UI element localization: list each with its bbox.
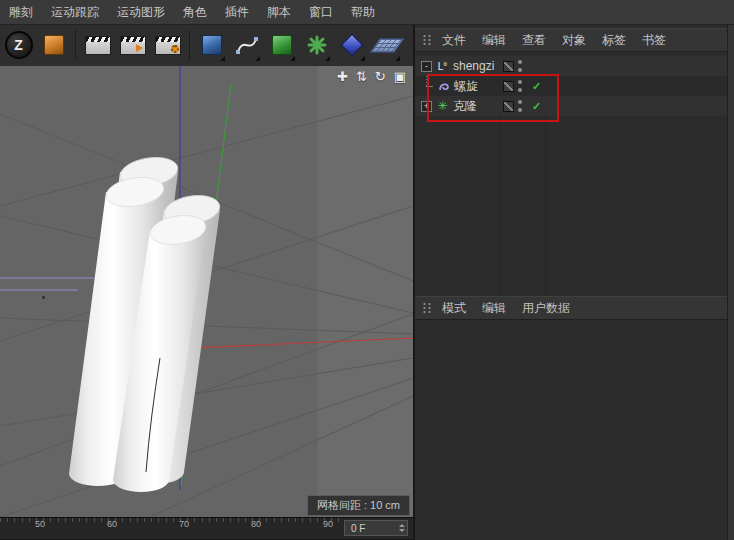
right-panel: 文件 编辑 查看 对象 标签 书签 - L° shengzi 螺旋 ✓ — [413, 24, 734, 540]
menu-plugins[interactable]: 插件 — [216, 0, 258, 24]
ruler-tick: 60 — [107, 518, 117, 529]
expand-icon[interactable]: + — [421, 101, 432, 112]
tick-label: 50 — [35, 519, 45, 529]
layer-toggle-icon[interactable] — [503, 61, 514, 72]
attribute-manager-menu: 模式 编辑 用户数据 — [415, 296, 734, 320]
primitive-cube-icon[interactable] — [195, 26, 228, 64]
om-menu-edit[interactable]: 编辑 — [474, 32, 514, 49]
rotate-view-icon[interactable]: ↻ — [375, 69, 386, 85]
null-object-icon: L° — [435, 61, 450, 72]
generator-icon[interactable] — [265, 26, 298, 64]
menubar: 雕刻 运动跟踪 运动图形 角色 插件 脚本 窗口 帮助 — [0, 0, 734, 25]
floor-icon[interactable] — [370, 26, 403, 64]
panel-handle-icon[interactable] — [422, 302, 432, 314]
play-triangle — [136, 44, 143, 52]
coordinate-ruler: 50 60 70 80 90 0 F — [0, 517, 413, 539]
tick-label: 70 — [179, 519, 189, 529]
clapperboard-shape — [85, 36, 111, 55]
frame-counter[interactable]: 0 F — [344, 520, 408, 536]
menu-character[interactable]: 角色 — [174, 0, 216, 24]
menu-sculpt[interactable]: 雕刻 — [0, 0, 42, 24]
panel-scrollbar[interactable] — [727, 24, 734, 540]
toggle-view-icon[interactable]: ▣ — [394, 69, 406, 85]
menu-script[interactable]: 脚本 — [258, 0, 300, 24]
toolbar: Z — [0, 24, 415, 66]
visibility-dots-icon[interactable] — [518, 100, 523, 112]
layer-toggle-icon[interactable] — [503, 81, 514, 92]
object-row-shengzi[interactable]: - L° shengzi — [415, 56, 734, 76]
spline-curve-shape — [235, 34, 259, 56]
enable-check-icon[interactable]: ✓ — [532, 100, 541, 113]
object-manager-menu: 文件 编辑 查看 对象 标签 书签 — [415, 28, 734, 52]
om-menu-view[interactable]: 查看 — [514, 32, 554, 49]
ruler-tick: 80 — [251, 518, 261, 529]
menu-help[interactable]: 帮助 — [342, 0, 384, 24]
object-tree: - L° shengzi 螺旋 ✓ + ✳ 克隆 ✓ — [415, 53, 734, 296]
om-menu-file[interactable]: 文件 — [434, 32, 474, 49]
helix-spline-icon — [436, 80, 451, 92]
gear-shape — [171, 45, 179, 53]
attribute-manager-body — [415, 321, 734, 540]
layer-toggle-icon[interactable] — [503, 101, 514, 112]
enable-check-icon[interactable]: ✓ — [532, 80, 541, 93]
frame-stepper-icon[interactable] — [399, 524, 405, 532]
clapperboard-shape — [120, 36, 146, 55]
attr-menu-mode[interactable]: 模式 — [434, 300, 474, 317]
null-object-glyph: L° — [438, 61, 448, 72]
object-label[interactable]: 克隆 — [453, 98, 477, 115]
om-menu-objects[interactable]: 对象 — [554, 32, 594, 49]
render-settings-icon[interactable] — [151, 26, 184, 64]
green-cube-shape — [272, 35, 292, 55]
object-label[interactable]: shengzi — [453, 59, 494, 73]
cloner-icon: ✳ — [435, 100, 450, 112]
green-star-shape — [307, 35, 327, 55]
attr-menu-userdata[interactable]: 用户数据 — [514, 300, 578, 317]
app-logo-glyph: Z — [5, 31, 33, 59]
toolbar-separator — [189, 30, 190, 60]
tick-label: 80 — [251, 519, 261, 529]
ruler-tick: 50 — [35, 518, 45, 529]
frame-value: 0 F — [351, 523, 365, 534]
scene-svg — [0, 66, 413, 517]
tick-label: 90 — [323, 519, 333, 529]
attr-menu-edit[interactable]: 编辑 — [474, 300, 514, 317]
ruler-tick: 70 — [179, 518, 189, 529]
render-picture-viewer-icon[interactable] — [116, 26, 149, 64]
object-row-helix[interactable]: 螺旋 ✓ — [415, 76, 734, 96]
menu-motion-tracker[interactable]: 运动跟踪 — [42, 0, 108, 24]
collapse-icon[interactable]: - — [421, 61, 432, 72]
menu-window[interactable]: 窗口 — [300, 0, 342, 24]
menu-mograph[interactable]: 运动图形 — [108, 0, 174, 24]
object-label[interactable]: 螺旋 — [454, 78, 478, 95]
pan-view-icon[interactable]: ✚ — [337, 69, 348, 85]
om-menu-tags[interactable]: 标签 — [594, 32, 634, 49]
render-view-icon[interactable] — [81, 26, 114, 64]
viewport-nav: ✚ ⇅ ↻ ▣ — [337, 69, 406, 85]
spline-pen-icon[interactable] — [230, 26, 263, 64]
tick-label: 60 — [107, 519, 117, 529]
visibility-dots-icon[interactable] — [518, 80, 523, 92]
app-logo-icon[interactable]: Z — [2, 26, 35, 64]
ruler-tick: 90 — [323, 518, 333, 529]
orange-cube-shape — [44, 35, 64, 55]
minor-ticks — [0, 518, 340, 522]
model-tool-icon[interactable] — [37, 26, 70, 64]
visibility-dots-icon[interactable] — [518, 60, 523, 72]
floor-plane-shape — [369, 38, 404, 53]
cloner-glyph: ✳ — [437, 100, 447, 112]
environment-icon[interactable] — [335, 26, 368, 64]
zoom-view-icon[interactable]: ⇅ — [356, 69, 367, 85]
blue-cube-shape — [202, 35, 222, 55]
deformer-icon[interactable] — [300, 26, 333, 64]
toolbar-separator — [75, 30, 76, 60]
light-band — [318, 66, 413, 517]
viewport-canvas[interactable]: ✚ ⇅ ↻ ▣ 网格间距 : 10 cm — [0, 66, 413, 517]
blue-diamond-shape — [340, 34, 363, 57]
om-menu-bookmarks[interactable]: 书签 — [634, 32, 674, 49]
clapperboard-shape — [155, 36, 181, 55]
tree-branch-line — [421, 76, 433, 96]
panel-handle-icon[interactable] — [422, 34, 432, 46]
grid-spacing-label: 网格间距 : 10 cm — [307, 495, 410, 516]
object-row-cloner[interactable]: + ✳ 克隆 ✓ — [415, 96, 734, 116]
